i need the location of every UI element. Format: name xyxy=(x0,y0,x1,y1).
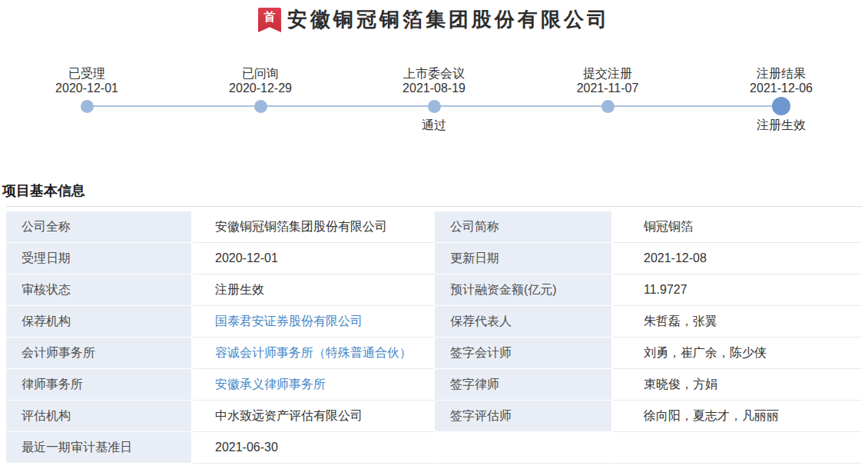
field-value: 2020-12-01 xyxy=(193,243,435,274)
field-label: 评估机构 xyxy=(6,401,193,432)
field-value: 安徽铜冠铜箔集团股份有限公司 xyxy=(193,211,435,243)
field-value: 国泰君安证券股份有限公司 xyxy=(193,306,435,338)
stage-sub-label xyxy=(174,118,347,133)
accounting-firm-link[interactable]: 容诚会计师事务所（特殊普通合伙） xyxy=(215,346,412,359)
field-label xyxy=(435,432,613,464)
field-value: 安徽承义律师事务所 xyxy=(193,369,435,401)
stage-date: 2021-12-06 xyxy=(694,81,868,95)
timeline-stage-committee-meeting: 上市委会议 2021-08-19 通过 xyxy=(347,66,521,133)
field-label: 会计师事务所 xyxy=(6,338,193,369)
field-value: 11.9727 xyxy=(613,274,862,306)
stage-dot-icon xyxy=(254,100,267,113)
field-value: 铜冠铜箔 xyxy=(613,211,862,243)
table-row: 公司全称 安徽铜冠铜箔集团股份有限公司 公司简称 铜冠铜箔 xyxy=(6,211,862,243)
timeline-stage-registration-result: 注册结果 2021-12-06 注册生效 xyxy=(694,66,868,133)
table-row: 律师事务所 安徽承义律师事务所 签字律师 束晓俊，方娟 xyxy=(6,369,862,401)
stage-label: 上市委会议 xyxy=(347,66,521,81)
page-header: 首 安徽铜冠铜箔集团股份有限公司 xyxy=(0,0,868,32)
law-firm-link[interactable]: 安徽承义律师事务所 xyxy=(215,378,326,391)
stage-sub-label: 通过 xyxy=(347,118,521,133)
section-title: 项目基本信息 xyxy=(2,183,868,199)
field-value: 注册生效 xyxy=(193,274,435,306)
table-row: 评估机构 中水致远资产评估有限公司 签字评估师 徐向阳，夏志才，凡丽丽 xyxy=(6,401,862,432)
stage-label: 提交注册 xyxy=(521,66,694,81)
stage-dot-icon xyxy=(428,100,441,113)
review-status-timeline: 已受理 2020-12-01 已问询 2020-12-29 上市委会议 2021… xyxy=(0,66,868,132)
stage-date: 2021-08-19 xyxy=(347,81,521,95)
field-value: 中水致远资产评估有限公司 xyxy=(193,401,435,432)
sponsor-institution-link[interactable]: 国泰君安证券股份有限公司 xyxy=(215,314,363,328)
field-label: 保荐代表人 xyxy=(435,306,613,338)
table-row: 保荐机构 国泰君安证券股份有限公司 保荐代表人 朱哲磊，张翼 xyxy=(6,306,862,338)
timeline-stage-accepted: 已受理 2020-12-01 xyxy=(0,66,174,133)
table-row: 会计师事务所 容诚会计师事务所（特殊普通合伙） 签字会计师 刘勇，崔广余，陈少侠 xyxy=(6,338,862,369)
field-label: 保荐机构 xyxy=(6,306,193,338)
field-label: 受理日期 xyxy=(6,243,193,274)
table-row: 最近一期审计基准日 2021-06-30 xyxy=(6,432,862,464)
field-value: 束晓俊，方娟 xyxy=(613,369,862,401)
table-row: 受理日期 2020-12-01 更新日期 2021-12-08 xyxy=(6,243,862,274)
timeline-stage-inquired: 已问询 2020-12-29 xyxy=(174,66,347,133)
field-label: 律师事务所 xyxy=(6,369,193,401)
field-label: 公司简称 xyxy=(435,211,613,243)
project-info-table: 公司全称 安徽铜冠铜箔集团股份有限公司 公司简称 铜冠铜箔 受理日期 2020-… xyxy=(6,206,862,464)
field-label: 签字评估师 xyxy=(435,401,613,432)
company-title: 安徽铜冠铜箔集团股份有限公司 xyxy=(287,7,610,32)
stage-date: 2020-12-29 xyxy=(174,81,347,95)
field-value: 2021-12-08 xyxy=(613,243,862,274)
stage-sub-label xyxy=(521,118,694,133)
field-value: 容诚会计师事务所（特殊普通合伙） xyxy=(193,338,435,369)
field-label: 最近一期审计基准日 xyxy=(6,432,193,464)
field-label: 公司全称 xyxy=(6,211,193,243)
stage-dot-icon xyxy=(81,100,94,113)
stage-date: 2021-11-07 xyxy=(521,81,694,95)
field-value: 刘勇，崔广余，陈少侠 xyxy=(613,338,862,369)
field-label: 审核状态 xyxy=(6,274,193,306)
field-label: 更新日期 xyxy=(435,243,613,274)
table-row: 审核状态 注册生效 预计融资金额(亿元) 11.9727 xyxy=(6,274,862,306)
stage-date: 2020-12-01 xyxy=(0,81,174,95)
stage-dot-icon xyxy=(601,100,615,113)
field-label: 签字会计师 xyxy=(435,338,613,369)
field-value: 朱哲磊，张翼 xyxy=(613,306,862,338)
ipo-project-page: 首 安徽铜冠铜箔集团股份有限公司 已受理 2020-12-01 已问询 2020… xyxy=(0,0,868,469)
field-value: 2021-06-30 xyxy=(193,432,435,464)
stage-sub-label xyxy=(0,118,174,133)
first-issue-badge-icon: 首 xyxy=(258,8,281,32)
stage-dot-icon xyxy=(772,97,790,115)
stage-label: 注册结果 xyxy=(694,66,868,81)
field-value: 徐向阳，夏志才，凡丽丽 xyxy=(613,401,862,432)
stage-sub-label: 注册生效 xyxy=(694,118,868,133)
stage-label: 已问询 xyxy=(174,66,347,81)
timeline-stage-registration-submitted: 提交注册 2021-11-07 xyxy=(521,66,694,133)
field-label: 预计融资金额(亿元) xyxy=(435,274,613,306)
field-value xyxy=(613,432,862,464)
field-label: 签字律师 xyxy=(435,369,613,401)
stage-label: 已受理 xyxy=(0,66,174,81)
